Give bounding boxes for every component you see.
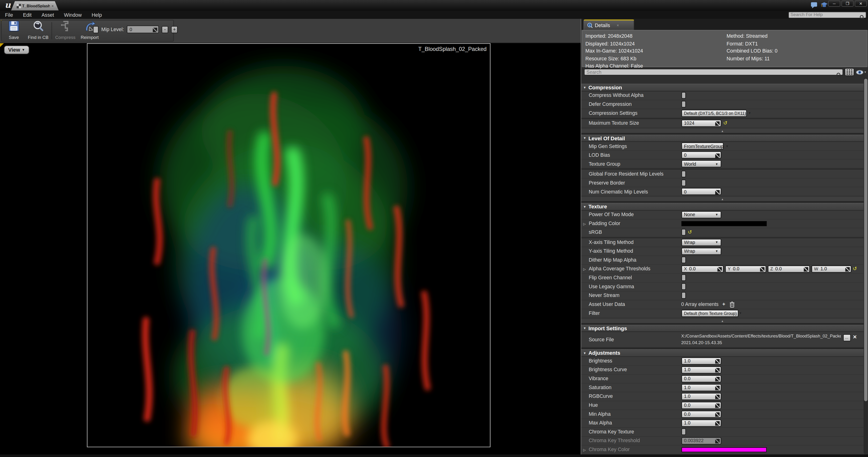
expand-row-icon[interactable]: ▷ — [583, 265, 586, 273]
row-padding-color: ▷ Padding Color — [581, 219, 864, 228]
section-gap — [581, 201, 864, 203]
x-axis-tiling-dropdown[interactable]: Wrap ▼ — [681, 238, 721, 246]
max-alpha-spinner[interactable]: 1.0 — [681, 419, 721, 427]
filter-dropdown[interactable]: Default (from Texture Group) ▼ — [681, 310, 738, 317]
row-vibrance: Vibrance 0.0 — [581, 374, 864, 383]
row-use-legacy-gamma: Use Legacy Gamma — [581, 282, 864, 291]
min-alpha-spinner[interactable]: 0.0 — [681, 410, 721, 418]
checkbox[interactable] — [681, 283, 686, 290]
spin-corner-icon — [760, 267, 764, 272]
mip-level-decrease-button[interactable]: - — [162, 26, 168, 33]
tutorial-icon[interactable] — [820, 0, 828, 7]
spin-corner-icon — [715, 368, 719, 372]
unreal-texture-editor-window: u T_BloodSplash_02_Packed × ─ ❒ ✕ File E… — [0, 0, 868, 457]
property-matrix-button[interactable] — [844, 68, 854, 76]
feedback-icon[interactable] — [810, 0, 817, 7]
info-imported: Imported: 2048x2048 — [586, 33, 632, 39]
menu-help[interactable]: Help — [87, 12, 107, 18]
rgbcurve-spinner[interactable]: 1.0 — [681, 393, 721, 400]
checkbox[interactable] — [681, 92, 686, 98]
alpha-threshold-w-spinner[interactable]: W 1.0 — [811, 265, 851, 273]
section-header-texture[interactable]: ▼ Texture — [581, 203, 864, 210]
menu-file[interactable]: File — [0, 12, 18, 18]
lod-bias-spinner[interactable]: 0 — [681, 151, 721, 159]
section-header-level-of-detail[interactable]: ▼ Level Of Detail — [581, 134, 864, 142]
section-header-adjustments[interactable]: ▼ Adjustments — [581, 349, 864, 356]
maximum-texture-size-spinner[interactable]: 1024 — [681, 119, 721, 127]
checkbox[interactable] — [681, 170, 686, 177]
maximize-icon[interactable]: ❒ — [841, 0, 854, 7]
checkbox[interactable] — [681, 428, 686, 435]
section-expander[interactable]: ▲ — [581, 196, 864, 201]
details-search-input[interactable] — [584, 69, 836, 75]
section-gap — [581, 347, 864, 349]
mip-level-label: Mip Level: — [101, 27, 124, 32]
checkbox[interactable] — [681, 229, 686, 235]
alpha-threshold-x-spinner[interactable]: X 0.0 — [681, 265, 723, 273]
details-tab-close-icon[interactable]: × — [617, 23, 619, 27]
mip-level-spinner[interactable]: 0 — [127, 25, 159, 33]
padding-color-swatch[interactable] — [681, 221, 766, 226]
brightness-curve-spinner[interactable]: 1.0 — [681, 366, 721, 373]
view-options-button[interactable]: ▼ — [856, 68, 867, 76]
texture-preview-frame: T_BloodSplash_02_Packed — [87, 43, 490, 447]
num-cinematic-mip-levels-spinner[interactable]: 0 — [681, 188, 721, 195]
section-gap — [581, 323, 864, 324]
chevron-down-icon: ▼ — [739, 311, 742, 315]
asset-tab[interactable]: T_BloodSplash_02_Packed × — [11, 1, 59, 10]
spin-corner-icon — [715, 395, 719, 399]
menu-asset[interactable]: Asset — [36, 12, 59, 18]
expand-row-icon[interactable]: ▷ — [583, 445, 586, 454]
trash-icon[interactable] — [729, 301, 735, 307]
section-header-compression[interactable]: ▼ Compression — [581, 84, 864, 91]
details-tab[interactable]: i Details × — [583, 19, 634, 30]
info-method: Method: Streamed — [726, 33, 768, 39]
details-scrollbar[interactable] — [864, 78, 867, 454]
row-srgb: sRGB ↺ — [581, 228, 864, 237]
compression-settings-dropdown[interactable]: Default (DXT1/5, BC1/3 on DX11) ▼ — [681, 109, 746, 117]
view-menu-button[interactable]: View▼ — [4, 45, 29, 54]
mip-level-increase-button[interactable]: + — [171, 26, 178, 33]
compress-button[interactable]: Compress — [53, 21, 78, 41]
alpha-threshold-y-spinner[interactable]: Y 0.0 — [725, 265, 766, 273]
reset-to-default-icon[interactable]: ↺ — [688, 230, 692, 235]
saturation-spinner[interactable]: 1.0 — [681, 384, 721, 391]
add-element-icon[interactable]: + — [721, 301, 727, 307]
checkbox[interactable] — [681, 179, 686, 186]
browse-source-button[interactable]: ... — [843, 334, 850, 342]
minimize-icon[interactable]: ─ — [828, 0, 840, 7]
row-lod-bias: LOD Bias 0 — [581, 151, 864, 160]
reset-to-default-icon[interactable]: ↺ — [723, 120, 727, 125]
menu-edit[interactable]: Edit — [18, 12, 36, 18]
alpha-threshold-z-spinner[interactable]: Z 0.0 — [768, 265, 810, 273]
vibrance-spinner[interactable]: 0.0 — [681, 375, 721, 382]
details-tab-bar: i Details × — [581, 19, 868, 30]
chroma-key-color-swatch[interactable] — [681, 447, 766, 452]
y-axis-tiling-dropdown[interactable]: Wrap ▼ — [681, 248, 721, 255]
clear-source-icon[interactable]: ✕ — [853, 334, 857, 340]
close-icon[interactable]: ✕ — [855, 0, 867, 7]
section-header-import-settings[interactable]: ▼ Import Settings — [581, 324, 864, 332]
tab-close-icon[interactable]: × — [51, 4, 54, 7]
toolbar-separator — [52, 22, 52, 39]
save-button[interactable]: Save — [2, 21, 26, 41]
section-expander[interactable]: ▲ — [581, 318, 864, 323]
section-expander[interactable]: ▲ — [581, 128, 864, 133]
help-search-input[interactable] — [789, 12, 860, 17]
brightness-spinner[interactable]: 1.0 — [681, 357, 721, 364]
mip-gen-settings-dropdown[interactable]: FromTextureGroup ▼ — [681, 142, 723, 150]
row-never-stream: Never Stream — [581, 291, 864, 300]
details-scrollbar-thumb[interactable] — [864, 79, 867, 401]
mip-level-checkbox[interactable] — [93, 26, 99, 33]
expand-row-icon[interactable]: ▷ — [583, 219, 586, 227]
checkbox[interactable] — [681, 274, 686, 281]
checkbox[interactable] — [681, 101, 686, 108]
reset-to-default-icon[interactable]: ↺ — [853, 266, 857, 271]
texture-group-dropdown[interactable]: World ▼ — [681, 160, 721, 168]
menu-window[interactable]: Window — [59, 12, 87, 18]
checkbox[interactable] — [681, 292, 686, 298]
find-in-cb-button[interactable]: Find in CB — [26, 21, 51, 41]
power-of-two-mode-dropdown[interactable]: None ▼ — [681, 211, 721, 218]
hue-spinner[interactable]: 0.0 — [681, 402, 721, 409]
checkbox[interactable] — [681, 257, 686, 263]
